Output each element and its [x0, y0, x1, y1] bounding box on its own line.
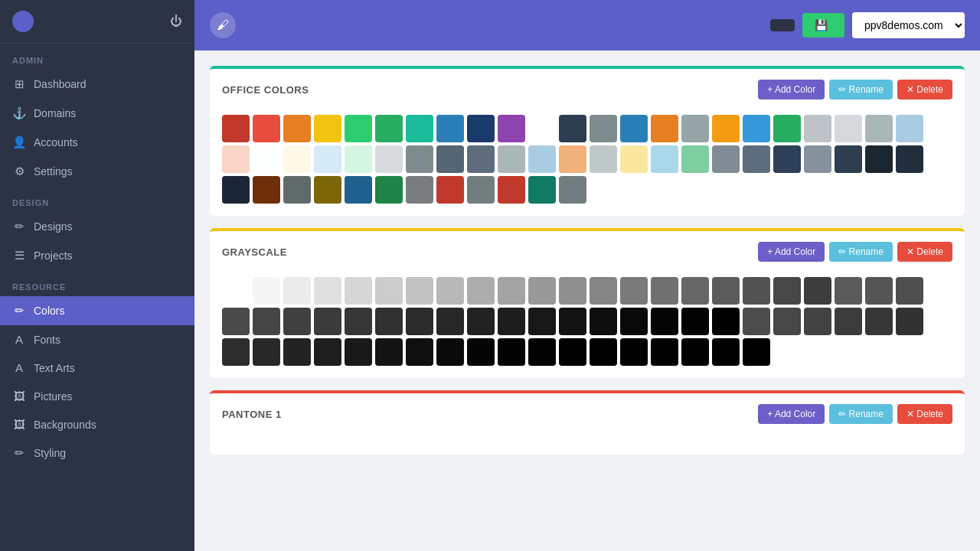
color-swatch[interactable] [283, 145, 311, 173]
color-swatch[interactable] [498, 145, 525, 173]
add-category-button[interactable] [770, 19, 795, 31]
domain-selector[interactable]: ppv8demos.com [852, 12, 965, 38]
color-swatch[interactable] [528, 277, 556, 305]
color-swatch[interactable] [253, 338, 280, 366]
color-swatch[interactable] [681, 308, 709, 335]
color-swatch[interactable] [283, 308, 311, 335]
color-swatch[interactable] [436, 338, 464, 366]
color-swatch[interactable] [896, 277, 923, 305]
color-swatch[interactable] [345, 176, 372, 204]
color-swatch[interactable] [681, 115, 709, 142]
color-swatch[interactable] [773, 277, 801, 305]
color-swatch[interactable] [436, 176, 464, 204]
power-icon[interactable]: ⏻ [170, 15, 182, 28]
save-button[interactable]: 💾 [802, 13, 844, 37]
color-swatch[interactable] [651, 277, 678, 305]
color-swatch[interactable] [712, 338, 740, 366]
color-swatch[interactable] [559, 145, 586, 173]
color-swatch[interactable] [896, 145, 923, 173]
color-swatch[interactable] [314, 308, 341, 335]
color-swatch[interactable] [436, 277, 464, 305]
color-swatch[interactable] [835, 115, 862, 142]
color-swatch[interactable] [345, 277, 372, 305]
color-swatch[interactable] [651, 338, 678, 366]
color-swatch[interactable] [528, 145, 556, 173]
rename-button-pantone-1[interactable]: ✏ Rename [829, 404, 893, 424]
color-swatch[interactable] [253, 277, 280, 305]
color-swatch[interactable] [651, 308, 678, 335]
color-swatch[interactable] [590, 145, 617, 173]
color-swatch[interactable] [375, 176, 403, 204]
color-swatch[interactable] [620, 308, 648, 335]
sidebar-item-projects[interactable]: ☰Projects [0, 241, 194, 270]
color-swatch[interactable] [222, 277, 250, 305]
color-swatch[interactable] [283, 115, 311, 142]
sidebar-item-domains[interactable]: ⚓Domains [0, 99, 194, 128]
color-swatch[interactable] [467, 115, 495, 142]
add-color-button-office-colors[interactable]: + Add Color [758, 80, 825, 99]
color-swatch[interactable] [436, 145, 464, 173]
color-swatch[interactable] [620, 338, 648, 366]
color-swatch[interactable] [528, 115, 556, 142]
color-swatch[interactable] [865, 115, 893, 142]
color-swatch[interactable] [712, 277, 740, 305]
color-swatch[interactable] [773, 115, 801, 142]
color-swatch[interactable] [651, 115, 678, 142]
color-swatch[interactable] [253, 115, 280, 142]
color-swatch[interactable] [590, 338, 617, 366]
color-swatch[interactable] [620, 115, 648, 142]
sidebar-item-backgrounds[interactable]: 🖼Backgrounds [0, 410, 194, 439]
sidebar-item-settings[interactable]: ⚙Settings [0, 157, 194, 186]
color-swatch[interactable] [743, 115, 770, 142]
color-swatch[interactable] [253, 145, 280, 173]
color-swatch[interactable] [681, 145, 709, 173]
sidebar-item-textarts[interactable]: AText Arts [0, 354, 194, 382]
color-swatch[interactable] [314, 277, 341, 305]
color-swatch[interactable] [804, 277, 831, 305]
color-swatch[interactable] [651, 145, 678, 173]
add-color-button-pantone-1[interactable]: + Add Color [758, 404, 825, 424]
color-swatch[interactable] [436, 308, 464, 335]
color-swatch[interactable] [406, 338, 433, 366]
color-swatch[interactable] [743, 277, 770, 305]
color-swatch[interactable] [283, 176, 311, 204]
color-swatch[interactable] [498, 308, 525, 335]
color-swatch[interactable] [406, 145, 433, 173]
sidebar-item-fonts[interactable]: AFonts [0, 325, 194, 354]
sidebar-item-colors[interactable]: ✏Colors [0, 296, 194, 325]
color-swatch[interactable] [467, 308, 495, 335]
sidebar-item-accounts[interactable]: 👤Accounts [0, 128, 194, 157]
sidebar-item-pictures[interactable]: 🖼Pictures [0, 382, 194, 410]
color-swatch[interactable] [865, 277, 893, 305]
color-swatch[interactable] [559, 308, 586, 335]
color-swatch[interactable] [743, 308, 770, 335]
color-swatch[interactable] [314, 145, 341, 173]
color-swatch[interactable] [406, 277, 433, 305]
color-swatch[interactable] [712, 115, 740, 142]
color-swatch[interactable] [896, 308, 923, 335]
color-swatch[interactable] [681, 338, 709, 366]
color-swatch[interactable] [712, 308, 740, 335]
delete-button-pantone-1[interactable]: ✕ Delete [897, 404, 952, 424]
color-swatch[interactable] [375, 277, 403, 305]
color-swatch[interactable] [375, 145, 403, 173]
color-swatch[interactable] [253, 308, 280, 335]
color-swatch[interactable] [559, 176, 586, 204]
color-swatch[interactable] [253, 176, 280, 204]
color-swatch[interactable] [620, 277, 648, 305]
color-swatch[interactable] [896, 115, 923, 142]
color-swatch[interactable] [559, 338, 586, 366]
color-swatch[interactable] [835, 277, 862, 305]
color-swatch[interactable] [712, 145, 740, 173]
color-swatch[interactable] [559, 115, 586, 142]
color-swatch[interactable] [590, 308, 617, 335]
color-swatch[interactable] [406, 308, 433, 335]
color-swatch[interactable] [498, 338, 525, 366]
color-swatch[interactable] [743, 338, 770, 366]
color-swatch[interactable] [467, 145, 495, 173]
sidebar-item-designs[interactable]: ✏Designs [0, 212, 194, 241]
color-swatch[interactable] [222, 338, 250, 366]
color-swatch[interactable] [467, 176, 495, 204]
color-swatch[interactable] [314, 176, 341, 204]
color-swatch[interactable] [283, 338, 311, 366]
